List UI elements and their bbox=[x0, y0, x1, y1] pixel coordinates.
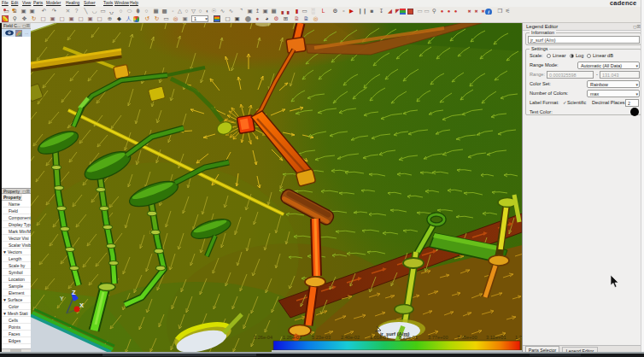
svg-text:Z: Z bbox=[72, 289, 76, 296]
svg-text:3.77e+00: 3.77e+00 bbox=[428, 335, 448, 340]
svg-text:7.65e+00: 7.65e+00 bbox=[457, 335, 477, 340]
svg-text:jr_surf (A/m): jr_surf (A/m) bbox=[379, 331, 410, 337]
svg-text:Y: Y bbox=[60, 296, 64, 301]
svg-text:1.31e: 1.31e bbox=[515, 335, 522, 340]
svg-text:5.23e-03: 5.23e-03 bbox=[312, 335, 331, 340]
svg-text:3.12e+01: 3.12e+01 bbox=[486, 335, 506, 340]
svg-text:X: X bbox=[79, 301, 84, 309]
svg-text:1.26e-03: 1.26e-03 bbox=[283, 335, 302, 340]
svg-text:3.26e-04: 3.26e-04 bbox=[254, 335, 272, 340]
svg-text:2.40e-02: 2.40e-02 bbox=[341, 335, 360, 340]
